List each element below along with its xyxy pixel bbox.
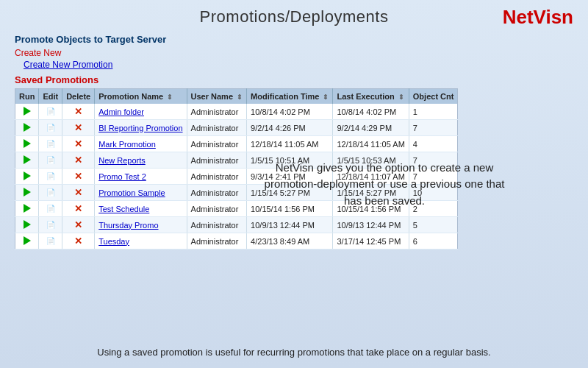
saved-promotions-label: Saved Promotions xyxy=(15,74,184,85)
delete-icon[interactable]: ✕ xyxy=(74,122,82,133)
promotion-name-link[interactable]: New Reports xyxy=(98,156,146,165)
edit-cell: 📄 xyxy=(39,185,62,201)
right-panel: NetVisn gives you the option to create a… xyxy=(196,31,573,338)
delete-icon[interactable]: ✕ xyxy=(74,236,82,247)
promotion-name-link[interactable]: BI Reporting Promotion xyxy=(98,124,182,132)
run-button[interactable] xyxy=(24,236,31,245)
edit-icon[interactable]: 📄 xyxy=(46,139,56,149)
promotion-name-cell: Test Schedule xyxy=(95,201,187,217)
logo-visn-text: isn xyxy=(545,6,573,28)
col-edit: Edit xyxy=(39,89,62,105)
delete-icon[interactable]: ✕ xyxy=(74,219,82,230)
col-delete: Delete xyxy=(62,89,95,105)
promotion-name-link[interactable]: Admin folder xyxy=(98,107,144,116)
delete-icon[interactable]: ✕ xyxy=(74,187,82,198)
edit-icon[interactable]: 📄 xyxy=(46,220,56,230)
create-new-link[interactable]: Create New xyxy=(15,48,184,58)
edit-icon[interactable]: 📄 xyxy=(46,188,56,197)
sort-icon-name: ⇕ xyxy=(167,93,173,101)
col-run: Run xyxy=(15,89,39,105)
delete-cell: ✕ xyxy=(62,136,95,152)
delete-icon[interactable]: ✕ xyxy=(74,171,82,182)
run-button[interactable] xyxy=(24,204,31,213)
promotion-name-link[interactable]: Tuesday xyxy=(98,237,129,246)
edit-cell: 📄 xyxy=(39,104,62,120)
run-cell xyxy=(15,152,39,169)
run-cell xyxy=(15,120,39,136)
logo-v-accent: V xyxy=(534,6,546,28)
edit-icon[interactable]: 📄 xyxy=(46,236,56,246)
promotion-name-link[interactable]: Promotion Sample xyxy=(98,188,165,197)
edit-cell: 📄 xyxy=(39,136,62,152)
edit-cell: 📄 xyxy=(39,169,62,185)
promote-title: Promote Objects to Target Server xyxy=(15,34,184,45)
run-button[interactable] xyxy=(24,107,31,116)
delete-icon[interactable]: ✕ xyxy=(74,155,82,166)
run-cell xyxy=(15,233,39,250)
delete-cell: ✕ xyxy=(62,217,95,233)
delete-cell: ✕ xyxy=(62,185,95,201)
run-cell xyxy=(15,201,39,217)
edit-icon[interactable]: 📄 xyxy=(46,204,56,213)
promotion-name-cell: Promo Test 2 xyxy=(95,169,187,185)
delete-cell: ✕ xyxy=(62,120,95,136)
promotion-name-cell: BI Reporting Promotion xyxy=(95,120,187,136)
logo: NetVisn xyxy=(503,6,573,29)
run-cell xyxy=(15,185,39,201)
promotion-name-link[interactable]: Test Schedule xyxy=(98,205,149,213)
left-panel: Promote Objects to Target Server Create … xyxy=(15,31,184,338)
run-cell xyxy=(15,136,39,152)
promotion-name-cell: Promotion Sample xyxy=(95,185,187,201)
delete-icon[interactable]: ✕ xyxy=(74,106,82,117)
create-promotion-link[interactable]: Create New Promotion xyxy=(24,60,184,70)
promotion-name-cell: Thursday Promo xyxy=(95,217,187,233)
run-cell xyxy=(15,169,39,185)
run-button[interactable] xyxy=(24,139,31,148)
edit-icon[interactable]: 📄 xyxy=(46,107,56,116)
col-name: Promotion Name ⇕ xyxy=(95,89,187,105)
delete-icon[interactable]: ✕ xyxy=(74,138,82,149)
delete-cell: ✕ xyxy=(62,233,95,250)
edit-cell: 📄 xyxy=(39,233,62,250)
promotion-name-cell: Admin folder xyxy=(95,104,187,120)
run-button[interactable] xyxy=(24,188,31,197)
delete-cell: ✕ xyxy=(62,201,95,217)
run-button[interactable] xyxy=(24,155,31,164)
run-cell xyxy=(15,104,39,120)
edit-cell: 📄 xyxy=(39,120,62,136)
delete-icon[interactable]: ✕ xyxy=(74,203,82,214)
main-content: Promote Objects to Target Server Create … xyxy=(0,31,588,338)
delete-cell: ✕ xyxy=(62,169,95,185)
edit-icon[interactable]: 📄 xyxy=(46,123,56,132)
run-button[interactable] xyxy=(24,171,31,180)
edit-cell: 📄 xyxy=(39,152,62,169)
delete-cell: ✕ xyxy=(62,152,95,169)
promotion-name-link[interactable]: Promo Test 2 xyxy=(98,172,146,181)
promotion-name-cell: New Reports xyxy=(95,152,187,169)
edit-icon[interactable]: 📄 xyxy=(46,171,56,181)
promotion-name-cell: Tuesday xyxy=(95,233,187,250)
intro-text: NetVisn gives you the option to create a… xyxy=(259,160,509,210)
edit-icon[interactable]: 📄 xyxy=(46,155,56,165)
promotion-name-link[interactable]: Mark Promotion xyxy=(98,140,156,149)
edit-cell: 📄 xyxy=(39,217,62,233)
run-button[interactable] xyxy=(24,220,31,229)
promotion-name-cell: Mark Promotion xyxy=(95,136,187,152)
promotion-name-link[interactable]: Thursday Promo xyxy=(98,221,158,230)
edit-cell: 📄 xyxy=(39,201,62,217)
header: Promotions/Deployments NetVisn xyxy=(0,0,588,31)
footer-text: Using a saved promotion is useful for re… xyxy=(0,338,588,369)
logo-net-text: Net xyxy=(503,6,534,28)
page-title: Promotions/Deployments xyxy=(200,7,389,26)
run-cell xyxy=(15,217,39,233)
run-button[interactable] xyxy=(24,123,31,132)
delete-cell: ✕ xyxy=(62,104,95,120)
